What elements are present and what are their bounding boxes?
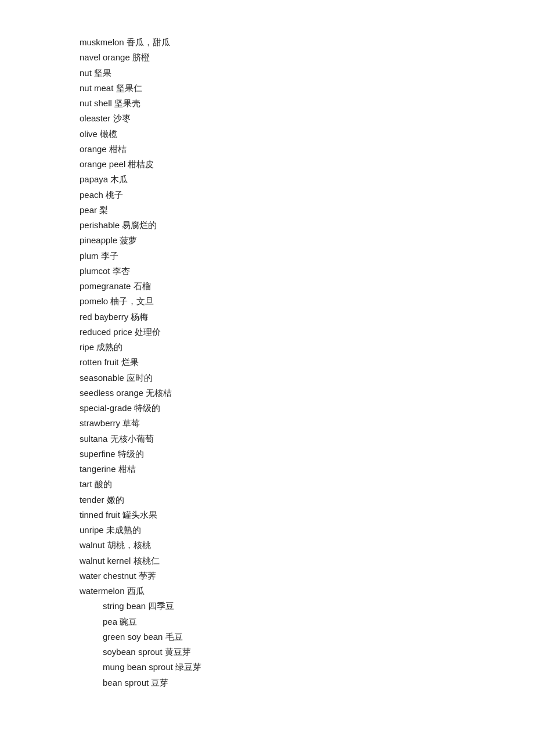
list-item: green soy bean 毛豆 [80, 629, 534, 645]
list-item: mung bean sprout 绿豆芽 [80, 660, 534, 675]
list-item: pomelo 柚子，文旦 [80, 294, 534, 309]
list-item: rotten fruit 烂果 [80, 355, 534, 370]
list-item: orange peel 柑桔皮 [80, 157, 534, 172]
list-item: oleaster 沙枣 [80, 111, 534, 126]
list-item: pineapple 菠萝 [80, 233, 534, 248]
list-item: string bean 四季豆 [80, 599, 534, 614]
list-item: plum 李子 [80, 249, 534, 264]
list-item: nut shell 坚果壳 [80, 96, 534, 111]
list-item: watermelon 西瓜 [80, 584, 534, 599]
list-item: nut meat 坚果仁 [80, 81, 534, 96]
list-item: walnut 胡桃，核桃 [80, 538, 534, 553]
list-item: soybean sprout 黄豆芽 [80, 645, 534, 660]
list-item: peach 桃子 [80, 188, 534, 203]
list-item: perishable 易腐烂的 [80, 218, 534, 233]
list-item: unripe 未成熟的 [80, 523, 534, 538]
list-item: seasonable 应时的 [80, 370, 534, 386]
list-item: seedless orange 无核桔 [80, 386, 534, 401]
list-item: papaya 木瓜 [80, 172, 534, 187]
list-item: nut 坚果 [80, 66, 534, 81]
list-item: muskmelon 香瓜，甜瓜 [80, 35, 534, 50]
list-item: pea 豌豆 [80, 614, 534, 629]
list-item: water chestnut 荸荠 [80, 568, 534, 584]
list-item: sultana 无核小葡萄 [80, 431, 534, 447]
list-item: tangerine 柑桔 [80, 462, 534, 477]
list-item: reduced price 处理价 [80, 325, 534, 340]
list-item: tart 酸的 [80, 477, 534, 492]
list-item: special-grade 特级的 [80, 401, 534, 416]
list-item: pomegranate 石榴 [80, 279, 534, 294]
list-item: orange 柑桔 [80, 142, 534, 157]
list-item: bean sprout 豆芽 [80, 675, 534, 690]
list-item: superfine 特级的 [80, 447, 534, 462]
list-item: walnut kernel 核桃仁 [80, 553, 534, 568]
list-item: strawberry 草莓 [80, 416, 534, 431]
list-item: navel orange 脐橙 [80, 50, 534, 65]
list-item: olive 橄榄 [80, 127, 534, 142]
list-item: plumcot 李杏 [80, 264, 534, 279]
vocabulary-list: muskmelon 香瓜，甜瓜navel orange 脐橙nut 坚果nut … [80, 35, 534, 690]
list-item: tinned fruit 罐头水果 [80, 507, 534, 523]
list-item: tender 嫩的 [80, 492, 534, 507]
list-item: ripe 成熟的 [80, 340, 534, 355]
list-item: red bayberry 杨梅 [80, 309, 534, 325]
list-item: pear 梨 [80, 203, 534, 218]
